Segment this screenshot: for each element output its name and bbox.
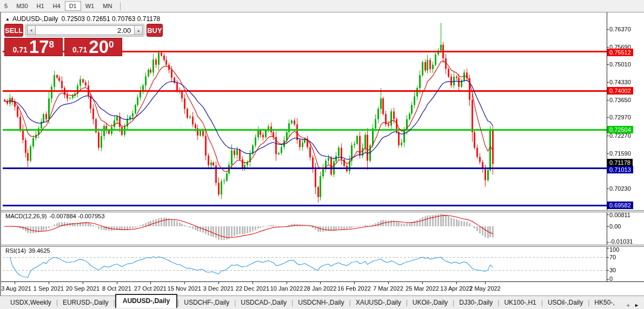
date-axis-label-16-feb-2022: 16 Feb 2022 (337, 285, 371, 292)
tab-uk100-h1[interactable]: UK100-,H1 (499, 297, 541, 308)
date-axis-label-7-mar-2022: 7 Mar 2022 (373, 285, 403, 292)
macd-values: -0.007884 -0.007953 (49, 213, 104, 219)
buy-button[interactable]: BUY (147, 24, 162, 37)
price-axis-label-0.71178: 0.71178 (607, 159, 633, 166)
tab-usdcnh-daily[interactable]: USDCNH-,Daily (293, 297, 349, 308)
date-axis-label-10-jan-2022: 10 Jan 2022 (270, 285, 303, 292)
date-axis-label-8-oct-2021: 8 Oct 2021 (102, 285, 131, 292)
chart-title: ▲AUDUSD-,Daily0.72503 0.72651 0.70763 0.… (5, 15, 160, 23)
tab-usdcad-daily[interactable]: USDCAD-,Daily (236, 297, 291, 308)
chart-tab-bar: USDX,Weekly|EURUSD-,Daily|AUDUSD-,Daily|… (0, 295, 644, 309)
one-click-trading-panel: SELL ▼ ▲ BUY 0.71178 0.71200 (4, 24, 122, 56)
trading-terminal-window: { "toolbar": { "timeframes": [ {"label":… (0, 0, 644, 309)
tab-eurusd-daily[interactable]: EURUSD-,Daily (58, 297, 114, 308)
tab-ukoil-daily[interactable]: UKOil-,Daily (408, 297, 453, 308)
date-axis-label-22-dec-2021: 22 Dec 2021 (236, 285, 269, 292)
triangle-down-icon: ▼ (30, 29, 34, 32)
buy-price-box[interactable]: 0.71200 (64, 38, 123, 56)
rsi-axis-label-100: 100 (609, 246, 619, 253)
price-axis-label-0.70230: 0.70230 (609, 185, 631, 192)
date-axis-label-13-apr-2022: 13 Apr 2022 (440, 285, 472, 292)
buy-price-sup: 0 (109, 39, 114, 50)
timeframe-button-w1[interactable]: W1 (81, 1, 99, 11)
macd-indicator-label: MACD(12,26,9)-0.007884 -0.007953 (5, 213, 105, 219)
timeframe-button-d1[interactable]: D1 (65, 1, 81, 11)
time-axis-line (0, 281, 644, 282)
tab-usdchf-daily[interactable]: USDCHF-,Daily (179, 297, 234, 308)
date-axis-label-20-sep-2021: 20 Sep 2021 (66, 285, 99, 292)
date-axis-label-25-mar-2022: 25 Mar 2022 (406, 285, 439, 292)
rsi-indicator-label: RSI(14)39.4625 (5, 247, 50, 254)
tab-usdx-weekly[interactable]: USDX,Weekly (5, 297, 56, 308)
buy-price-prefix: 0.71 (72, 45, 87, 54)
toolbar-separator (120, 2, 121, 10)
date-axis-label-28-jan-2022: 28 Jan 2022 (304, 285, 337, 292)
volume-decrease-button[interactable]: ▼ (27, 25, 36, 35)
rsi-axis-label-70: 70 (609, 254, 616, 260)
tab-usoil-daily[interactable]: USOil-,Daily (543, 297, 588, 308)
price-axis-label-0.69582: 0.69582 (607, 201, 633, 209)
timeframe-button-h4[interactable]: H4 (49, 1, 65, 11)
volume-increase-button[interactable]: ▲ (134, 25, 143, 35)
tab-scroll-buttons: ◄► (623, 299, 641, 309)
sell-price-box[interactable]: 0.71178 (4, 38, 63, 56)
window-left-border (0, 12, 1, 309)
sell-price-prefix: 0.71 (13, 45, 28, 54)
rsi-name: RSI(14) (5, 247, 26, 254)
price-axis-label-0.72970: 0.72970 (609, 113, 631, 121)
timeframe-button-5[interactable]: 5 (0, 1, 12, 11)
chart-symbol-label: AUDUSD-,Daily (12, 15, 58, 23)
macd-axis-label-0-00811: 0.00811 (609, 212, 630, 218)
date-axis-label-13-aug-2021: 13 Aug 2021 (0, 285, 31, 292)
timeframe-button-m30[interactable]: M30 (12, 1, 32, 11)
tab-audusd-daily[interactable]: AUDUSD-,Daily (115, 294, 177, 308)
triangle-up-icon: ▲ (137, 29, 141, 32)
price-axis-label-0.72504: 0.72504 (607, 126, 633, 133)
macd-name: MACD(12,26,9) (5, 213, 47, 219)
tab-scroll-right-icon[interactable]: ► (632, 303, 641, 308)
price-axis-label-0.71013: 0.71013 (607, 166, 633, 173)
rsi-axis-label-30: 30 (609, 267, 616, 273)
tab-xauusd-daily[interactable]: XAUUSD-,Daily (351, 297, 406, 308)
price-axis-label-0.76370: 0.76370 (609, 25, 631, 33)
date-axis-label-27-oct-2021: 27 Oct 2021 (134, 285, 167, 292)
volume-stepper: ▼ ▲ (25, 24, 144, 37)
sell-price-big: 17 (29, 39, 49, 55)
tab-scroll-left-icon[interactable]: ◄ (623, 303, 632, 308)
tab-hk50[interactable]: HK50-, (589, 297, 619, 308)
price-axis-label-0.71590: 0.71590 (609, 150, 631, 157)
price-axis-label-0.75010: 0.75010 (609, 61, 631, 68)
macd-axis-label-0-01031: -0.01031 (609, 238, 633, 245)
sell-button[interactable]: SELL (4, 24, 23, 37)
sell-price-sup: 8 (49, 39, 54, 50)
price-axis-label-0.73650: 0.73650 (609, 96, 631, 104)
price-axis-label-0.75512: 0.75512 (607, 49, 633, 56)
timeframe-button-h1[interactable]: H1 (32, 1, 49, 11)
date-axis-label-2-may-2022: 2 May 2022 (469, 285, 500, 292)
macd-axis-label-0-00: 0.00 (609, 223, 621, 230)
timeframe-button-mn[interactable]: MN (98, 1, 116, 11)
rsi-value: 39.4625 (29, 247, 50, 254)
collapse-arrow-icon[interactable]: ▲ (5, 17, 10, 22)
volume-input[interactable] (36, 25, 134, 35)
date-axis-label-15-nov-2021: 15 Nov 2021 (168, 285, 201, 292)
pane-separator-macd[interactable] (0, 210, 644, 212)
timeframe-toolbar: 5M30H1H4D1W1MN (0, 0, 644, 12)
price-axis-label-0.74330: 0.74330 (609, 78, 631, 86)
buy-price-big: 20 (89, 39, 109, 55)
pane-separator-rsi[interactable] (0, 245, 644, 247)
tab-dj30-daily[interactable]: DJ30-,Daily (454, 297, 497, 308)
chart-ohlc-values: 0.72503 0.72651 0.70763 0.71178 (62, 15, 161, 23)
date-axis-label-3-dec-2021: 3 Dec 2021 (203, 285, 234, 292)
price-axis-label-0.74002: 0.74002 (607, 87, 633, 95)
date-axis-label-1-sep-2021: 1 Sep 2021 (34, 285, 64, 292)
